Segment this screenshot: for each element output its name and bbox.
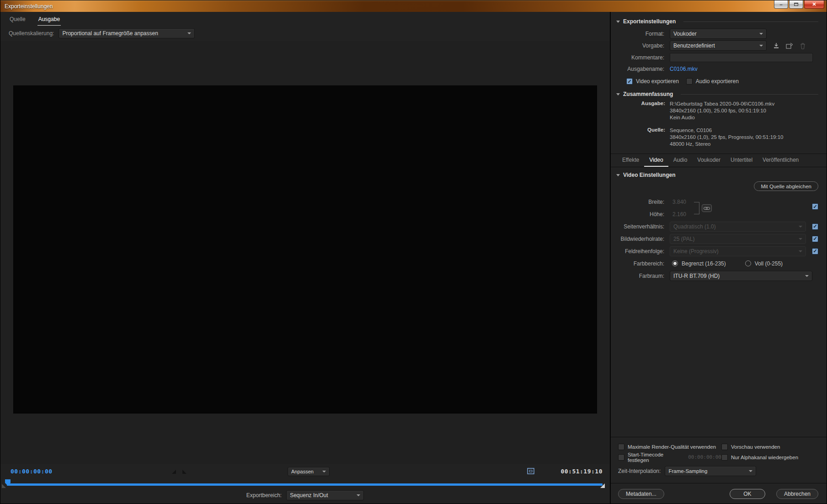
duration-timecode: 00:51:19:10 (560, 468, 603, 475)
link-bracket (694, 202, 699, 214)
max-render-quality-label: Maximale Render-Qualität verwenden (628, 444, 716, 450)
framerate-value: 25 (PAL) (673, 236, 795, 242)
chevron-down-icon (187, 32, 191, 34)
chevron-down-icon (616, 174, 620, 176)
ok-button[interactable]: OK (730, 489, 765, 499)
export-toggles-row: ✓ Video exportieren ✓ Audio exportieren (626, 78, 827, 85)
delete-preset-icon[interactable] (800, 42, 806, 49)
timeline-scrubber (0, 479, 610, 488)
export-range-select[interactable]: Sequenz In/Out (286, 490, 364, 500)
match-source-button[interactable]: Mit Quelle abgleichen (754, 181, 818, 191)
preset-select[interactable]: Benutzerdefiniert (670, 41, 767, 51)
output-name-label: Ausgabename: (611, 66, 670, 72)
aspect-select: Quadratisch (1.0) (670, 222, 806, 232)
metadata-button[interactable]: Metadaten... (618, 489, 664, 499)
tab-effekte[interactable]: Effekte (617, 157, 644, 167)
settings-tabs: Effekte Video Audio Voukoder Untertitel … (611, 154, 827, 167)
close-button[interactable]: ✕ (804, 0, 824, 9)
width-value: 3.840 (670, 199, 818, 205)
check-icon: ✓ (813, 249, 817, 254)
framerate-checkbox[interactable]: ✓ (812, 236, 818, 242)
window-title: Exporteinstellungen (5, 3, 53, 10)
source-scaling-select[interactable]: Proportional auf Framegröße anpassen (59, 28, 195, 38)
time-interpolation-select[interactable]: Frame-Sampling (665, 466, 756, 476)
tab-ausgabe[interactable]: Ausgabe (37, 16, 61, 26)
set-in-point-icon[interactable] (172, 470, 176, 474)
minimize-icon: – (779, 2, 782, 7)
field-order-label: Feldreihenfolge: (611, 248, 670, 255)
set-out-point-icon[interactable] (182, 470, 187, 474)
width-label: Breite: (611, 199, 670, 205)
output-monitor-icon[interactable] (527, 468, 534, 474)
chevron-down-icon (759, 45, 763, 47)
export-settings-header[interactable]: Exporteinstellungen (611, 16, 827, 28)
settings-panel: Exporteinstellungen Format: Voukoder Vor… (610, 12, 827, 504)
width-row: Breite: 3.840 (611, 196, 827, 208)
full-range-radio[interactable] (745, 260, 751, 266)
scrubber-track[interactable] (7, 483, 603, 486)
start-timecode-checkbox[interactable]: ✓ (618, 454, 624, 461)
export-settings-title: Exporteinstellungen (623, 18, 676, 25)
color-space-select[interactable]: ITU-R BT.709 (HD) (670, 271, 812, 281)
summary-source-label: Quelle: (611, 127, 670, 148)
titlebar[interactable]: Exporteinstellungen (0, 0, 827, 12)
source-scaling-value: Proportional auf Framegröße anpassen (62, 30, 184, 37)
field-order-value: Keine (Progressiv) (673, 248, 795, 255)
divider (681, 94, 818, 95)
format-select[interactable]: Voukoder (670, 29, 767, 39)
alpha-only-label: Nur Alphakanal wiedergeben (731, 455, 798, 460)
tab-audio[interactable]: Audio (668, 157, 693, 167)
minimize-button[interactable]: – (774, 0, 788, 9)
dimensions-checkbox[interactable]: ✓ (812, 203, 818, 210)
output-name-link[interactable]: C0106.mkv (670, 66, 698, 72)
video-preview (13, 85, 597, 414)
comments-row: Kommentare: (611, 52, 827, 64)
full-range-label: Voll (0-255) (755, 260, 783, 267)
video-settings-header[interactable]: Video Einstellungen (611, 170, 827, 181)
tab-video[interactable]: Video (644, 157, 668, 167)
range-end-handle[interactable] (600, 483, 605, 488)
use-previews-checkbox[interactable]: ✓ (721, 444, 728, 450)
tab-veroeffentlichen[interactable]: Veröffentlichen (758, 157, 804, 167)
render-options: ✓ Maximale Render-Qualität verwenden ✓ V… (611, 437, 827, 478)
summary-output-block: Ausgabe: R:\Geburtstag Tabea 2020-09-06\… (611, 101, 827, 121)
range-start-handle[interactable] (2, 484, 6, 488)
comments-input[interactable] (670, 53, 813, 62)
summary-line: Kein Audio (670, 114, 820, 121)
source-scaling-label: Quellenskalierung: (9, 30, 54, 37)
dimensions-group: Breite: 3.840 Höhe: 2.160 (611, 196, 827, 220)
field-order-checkbox[interactable]: ✓ (812, 248, 818, 255)
time-interpolation-label: Zeit-Interpolation: (618, 468, 661, 474)
export-audio-checkbox[interactable]: ✓ (686, 78, 693, 85)
export-range-value: Sequenz In/Out (290, 492, 353, 499)
import-preset-icon[interactable] (786, 42, 794, 49)
tab-voukoder[interactable]: Voukoder (692, 157, 726, 167)
tab-quelle[interactable]: Quelle (9, 16, 27, 26)
limited-range-radio[interactable] (672, 260, 678, 266)
color-space-value: ITU-R BT.709 (HD) (673, 273, 801, 279)
transport-bar: 00:00:00:00 Anpassen 00:51:19:10 (0, 464, 610, 479)
chevron-down-icon (759, 33, 763, 35)
summary-line: 48000 Hz, Stereo (670, 141, 820, 148)
chevron-down-icon (749, 470, 752, 472)
alpha-only-checkbox[interactable]: ✓ (721, 454, 728, 461)
window-controls: – ✕ (774, 0, 824, 9)
field-order-row: Feldreihenfolge: Keine (Progressiv) ✓ (611, 245, 827, 257)
zoom-level-select[interactable]: Anpassen (288, 467, 330, 476)
summary-line: 3840x2160 (1.00), 25.00 fps, 00:51:19:10 (670, 107, 820, 114)
maximize-button[interactable] (789, 0, 803, 9)
save-preset-icon[interactable] (773, 42, 780, 49)
aspect-checkbox[interactable]: ✓ (812, 223, 818, 230)
tab-untertitel[interactable]: Untertitel (726, 157, 758, 167)
comments-label: Kommentare: (611, 54, 670, 61)
export-range-row: Exportbereich: Sequenz In/Out (0, 488, 610, 504)
start-timecode-value: 00:00:00:00 (688, 454, 721, 460)
preset-row: Vorgabe: Benutzerdefiniert (611, 40, 827, 52)
divider (683, 21, 818, 22)
export-video-checkbox[interactable]: ✓ (626, 78, 633, 85)
cancel-button[interactable]: Abbrechen (776, 489, 818, 499)
link-dimensions-button[interactable] (702, 204, 712, 212)
summary-header[interactable]: Zusammenfassung (611, 89, 827, 101)
max-render-quality-checkbox[interactable]: ✓ (618, 444, 624, 450)
framerate-row: Bildwiederholrate: 25 (PAL) ✓ (611, 233, 827, 245)
